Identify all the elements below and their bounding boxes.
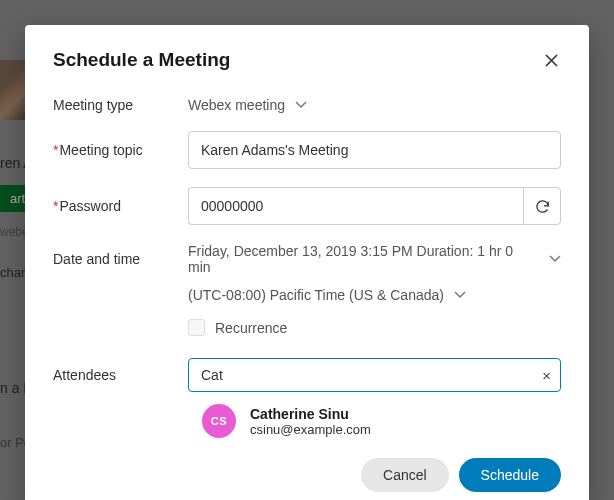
regenerate-password-button[interactable] — [523, 187, 561, 225]
recurrence-label: Recurrence — [215, 320, 287, 336]
attendee-suggestion[interactable]: CS Catherine Sinu csinu@example.com — [188, 394, 561, 448]
schedule-meeting-dialog: Schedule a Meeting Meeting type Webex me… — [25, 25, 589, 500]
clear-attendee-button[interactable]: × — [542, 367, 551, 384]
password-group — [188, 187, 561, 225]
close-button[interactable] — [542, 51, 561, 70]
row-date-time: Date and time Friday, December 13, 2019 … — [53, 243, 561, 275]
suggestion-email: csinu@example.com — [250, 422, 371, 437]
recurrence-checkbox[interactable] — [188, 319, 205, 336]
chevron-down-icon — [454, 291, 466, 299]
meeting-type-dropdown[interactable]: Webex meeting — [188, 97, 307, 113]
suggestion-avatar: CS — [202, 404, 236, 438]
dialog-header: Schedule a Meeting — [53, 49, 561, 71]
meeting-type-value: Webex meeting — [188, 97, 285, 113]
label-date-time: Date and time — [53, 251, 188, 267]
suggestion-text: Catherine Sinu csinu@example.com — [250, 406, 371, 437]
chevron-down-icon — [295, 101, 307, 109]
row-timezone: (UTC-08:00) Pacific Time (US & Canada) — [53, 287, 561, 303]
cancel-button[interactable]: Cancel — [361, 458, 449, 492]
row-recurrence: Recurrence — [188, 319, 561, 336]
meeting-topic-input[interactable] — [188, 131, 561, 169]
row-password: Password — [53, 187, 561, 225]
label-meeting-type: Meeting type — [53, 97, 188, 113]
label-password: Password — [53, 198, 188, 214]
label-meeting-topic: Meeting topic — [53, 142, 188, 158]
attendee-search-input[interactable] — [188, 358, 561, 392]
row-meeting-type: Meeting type Webex meeting — [53, 97, 561, 113]
datetime-dropdown[interactable]: Friday, December 13, 2019 3:15 PM Durati… — [188, 243, 561, 275]
timezone-dropdown[interactable]: (UTC-08:00) Pacific Time (US & Canada) — [188, 287, 466, 303]
dialog-footer: Cancel Schedule — [53, 458, 561, 492]
dialog-title: Schedule a Meeting — [53, 49, 230, 71]
close-icon — [544, 53, 559, 68]
label-attendees: Attendees — [53, 367, 188, 383]
refresh-icon — [534, 198, 551, 215]
row-attendees: Attendees × — [53, 358, 561, 392]
datetime-value: Friday, December 13, 2019 3:15 PM Durati… — [188, 243, 539, 275]
password-input[interactable] — [188, 187, 523, 225]
chevron-down-icon — [549, 255, 561, 263]
suggestion-name: Catherine Sinu — [250, 406, 371, 422]
timezone-value: (UTC-08:00) Pacific Time (US & Canada) — [188, 287, 444, 303]
schedule-button[interactable]: Schedule — [459, 458, 561, 492]
attendee-input-wrap: × — [188, 358, 561, 392]
row-meeting-topic: Meeting topic — [53, 131, 561, 169]
